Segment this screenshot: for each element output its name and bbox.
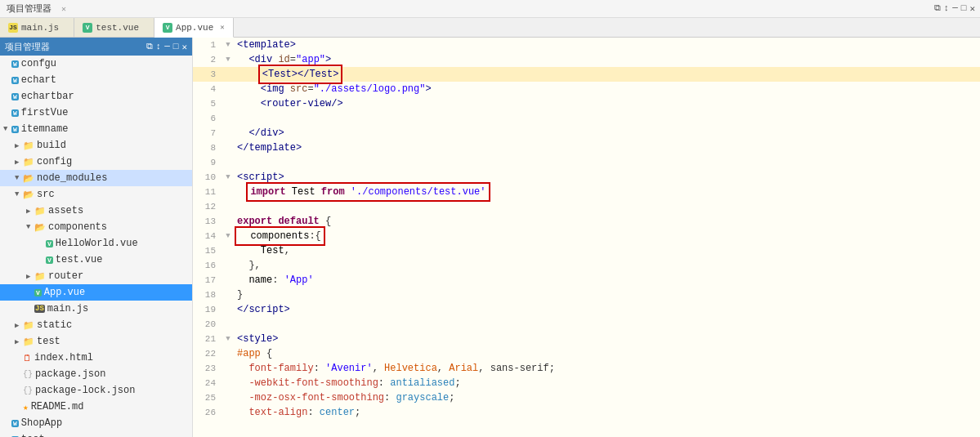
label-package.json: package.json [35,368,105,380]
icon-sidebar-min[interactable]: ─ [164,42,170,52]
icon-min[interactable]: ─ [952,3,958,14]
tab-close-app-vue[interactable]: ✕ [220,23,224,32]
icon-refresh[interactable]: ↕ [156,42,162,52]
label-test-dir: test [37,336,60,347]
label-test.vue: test.vue [56,254,103,265]
tab-main-js[interactable]: JS main.js [0,18,74,37]
code-line-4: 4 <img src="./assets/logo.png"> [193,82,980,96]
sidebar-item-node_modules[interactable]: ▼📂node_modules [0,170,192,186]
line-num-23: 23 [193,361,222,376]
code-line-21: 21▼<style> [193,332,980,346]
label-App.vue: App.vue [44,287,85,298]
sidebar-item-confgu[interactable]: Wconfgu [0,56,192,72]
code-line-24: 24 -webkit-font-smoothing: antialiased; [193,376,980,390]
line-content-26: text-align: center; [234,405,980,420]
label-itemname: itemname [21,123,69,135]
code-editor[interactable]: 1▼<template>2▼ <div id="app">3 <Test></T… [193,38,980,437]
label-node_modules: node_modules [37,172,107,184]
sidebar-item-src[interactable]: ▼📂src [0,186,192,203]
sidebar-item-components[interactable]: ▼📂components [0,219,192,235]
tab-label-main-js: main.js [21,23,59,33]
line-num-13: 13 [193,214,222,229]
icon-max[interactable]: □ [961,3,967,14]
line-content-8: </template> [234,140,980,155]
sidebar-item-package.json[interactable]: {}package.json [0,366,192,382]
main-area: 项目管理器 ⧉ ↕ ─ □ ✕ WconfguWechartWechartbar… [0,38,980,437]
icon-close-topbar[interactable]: ✕ [969,3,975,14]
arrow-router: ▶ [26,272,34,281]
line-num-6: 6 [193,111,222,126]
line-num-12: 12 [193,199,222,214]
icon-collapse[interactable]: ⧉ [146,42,153,52]
line-content-17: name: 'App' [234,273,980,288]
arrow-components: ▼ [26,223,34,231]
icon-config: 📁 [23,157,34,167]
line-num-20: 20 [193,317,222,332]
line-content-10: <script> [234,170,980,185]
tab-icon-js: JS [8,23,18,33]
sidebar-item-test2[interactable]: Wtest [0,431,192,437]
sidebar-item-App.vue[interactable]: VApp.vue [0,284,192,301]
line-fold-10: ▼ [222,170,234,185]
sidebar-item-router[interactable]: ▶📁router [0,268,192,284]
code-line-12: 12 [193,199,980,214]
icon-sidebar-max[interactable]: □ [173,42,179,52]
line-num-25: 25 [193,390,222,405]
tab-app-vue[interactable]: V App.vue ✕ [154,18,234,38]
sidebar-item-build[interactable]: ▶📁build [0,137,192,154]
sidebar-item-firstVue[interactable]: WfirstVue [0,105,192,121]
line-num-16: 16 [193,258,222,273]
line-num-3: 3 [193,67,222,82]
line-fold-14: ▼ [222,229,234,243]
label-echartbar: echartbar [21,91,74,102]
icon-package.json: {} [23,370,33,379]
tab-label-app-vue: App.vue [176,23,213,33]
sidebar-item-assets[interactable]: ▶📁assets [0,203,192,219]
icon-package-lock.json: {} [23,386,33,395]
top-bar-actions: ⧉ ↕ ─ □ ✕ [934,3,980,14]
line-content-16: }, [234,258,980,273]
code-line-13: 13export default { [193,214,980,229]
code-line-1: 1▼<template> [193,38,980,52]
sidebar-item-HelloWorld.vue[interactable]: VHelloWorld.vue [0,235,192,252]
code-line-25: 25 -moz-osx-font-smoothing: grayscale; [193,390,980,405]
line-num-18: 18 [193,288,222,302]
sidebar-item-echartbar[interactable]: Wechartbar [0,88,192,105]
tab-test-vue[interactable]: V test.vue [74,18,154,37]
code-line-6: 6 [193,111,980,126]
line-num-9: 9 [193,155,222,170]
sidebar-item-README.md[interactable]: ★README.md [0,399,192,415]
code-line-26: 26 text-align: center; [193,405,980,420]
line-content-23: font-family: 'Avenir', Helvetica, Arial,… [234,361,980,376]
label-firstVue: firstVue [21,107,69,118]
line-content-7: </div> [234,126,980,140]
label-config: config [37,156,72,167]
icon-test.vue: V [46,256,53,264]
line-content-19: </script> [234,302,980,317]
label-package-lock.json: package-lock.json [35,385,135,396]
sidebar-item-main.js[interactable]: JSmain.js [0,301,192,317]
sidebar-item-echart[interactable]: Wechart [0,72,192,88]
sidebar-item-test-dir[interactable]: ▶📁test [0,333,192,350]
sidebar-item-package-lock.json[interactable]: {}package-lock.json [0,382,192,399]
icon-node_modules: 📂 [23,173,34,184]
sidebar-item-config[interactable]: ▶📁config [0,154,192,170]
arrow-assets: ▶ [26,207,34,216]
sidebar-item-ShopApp[interactable]: WShopApp [0,415,192,431]
sidebar-item-itemname[interactable]: ▼Witemname [0,121,192,137]
arrow-node_modules: ▼ [15,174,23,182]
tab-icon-vue2: V [163,23,172,33]
sidebar-item-index.html[interactable]: 🗒index.html [0,350,192,366]
icon-sort[interactable]: ↕ [944,3,950,14]
sidebar-item-test.vue[interactable]: Vtest.vue [0,252,192,268]
icon-copy[interactable]: ⧉ [934,3,941,14]
icon-sidebar-close[interactable]: ✕ [181,42,187,52]
line-content-4: <img src="./assets/logo.png"> [234,82,980,96]
arrow-itemname: ▼ [3,125,11,133]
icon-src: 📂 [23,190,34,200]
label-src: src [37,189,55,200]
label-README.md: README.md [31,401,84,412]
sidebar-item-static[interactable]: ▶📁static [0,317,192,333]
label-confgu: confgu [21,58,56,69]
label-ShopApp: ShopApp [21,417,62,429]
